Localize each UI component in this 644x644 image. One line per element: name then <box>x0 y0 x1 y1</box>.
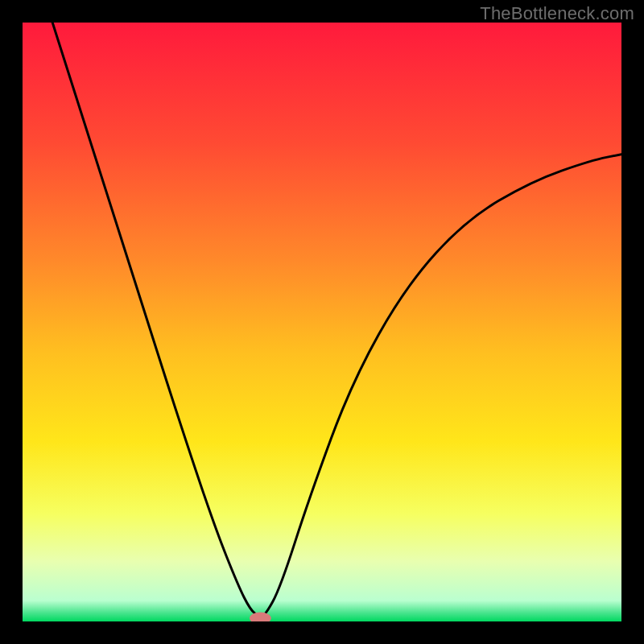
chart-svg <box>23 23 621 621</box>
plot-area <box>23 23 621 621</box>
gradient-background <box>23 23 621 621</box>
chart-frame: TheBottleneck.com <box>0 0 644 644</box>
watermark-text: TheBottleneck.com <box>480 3 634 24</box>
